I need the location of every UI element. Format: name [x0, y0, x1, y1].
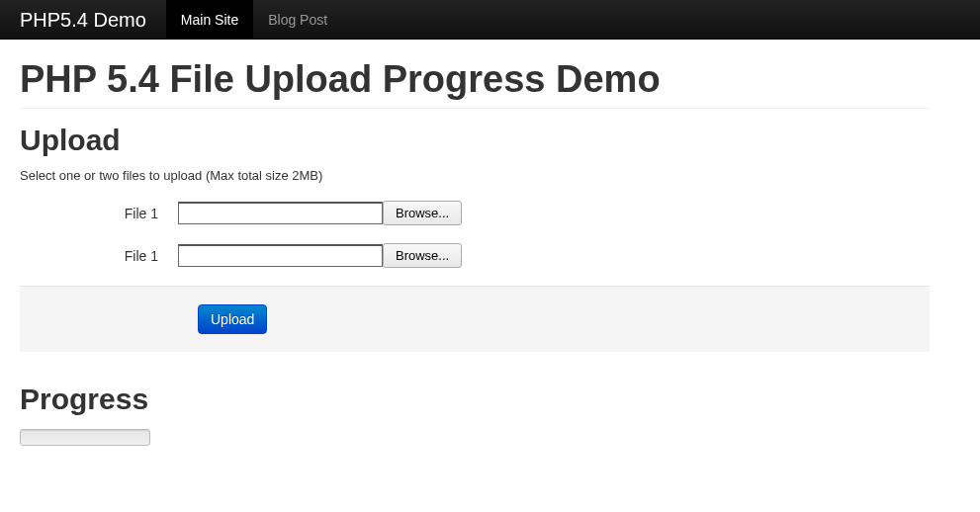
file-input-wrap-2: Browse... [178, 243, 462, 268]
browse-button-2[interactable]: Browse... [383, 243, 462, 268]
file-input-wrap-1: Browse... [178, 201, 462, 225]
browse-button-1[interactable]: Browse... [383, 201, 462, 225]
main-container: PHP 5.4 File Upload Progress Demo Upload… [0, 40, 949, 466]
file-text-1[interactable] [178, 202, 383, 224]
file-label-1: File 1 [20, 206, 178, 221]
progress-section: Progress [20, 382, 930, 446]
progress-bar [20, 429, 150, 446]
navbar-nav: Main Site Blog Post [166, 0, 342, 40]
file-text-2[interactable] [178, 244, 383, 267]
file-group-1: File 1 Browse... [20, 201, 930, 225]
navbar-brand: PHP5.4 Demo [0, 0, 166, 40]
nav-item-main-site[interactable]: Main Site [166, 0, 253, 40]
nav-item-blog-post[interactable]: Blog Post [253, 0, 342, 40]
progress-heading: Progress [20, 382, 930, 417]
upload-heading: Upload [20, 123, 930, 158]
nav-link-blog-post[interactable]: Blog Post [253, 0, 342, 40]
upload-form: File 1 Browse... File 1 Browse... Upload [20, 201, 930, 352]
page-title: PHP 5.4 File Upload Progress Demo [20, 59, 930, 109]
upload-help-text: Select one or two files to upload (Max t… [20, 168, 930, 183]
file-group-2: File 1 Browse... [20, 243, 930, 268]
upload-button[interactable]: Upload [198, 304, 267, 334]
navbar: PHP5.4 Demo Main Site Blog Post [0, 0, 980, 40]
nav-link-main-site[interactable]: Main Site [166, 0, 253, 40]
form-actions: Upload [20, 286, 930, 352]
file-label-2: File 1 [20, 248, 178, 264]
